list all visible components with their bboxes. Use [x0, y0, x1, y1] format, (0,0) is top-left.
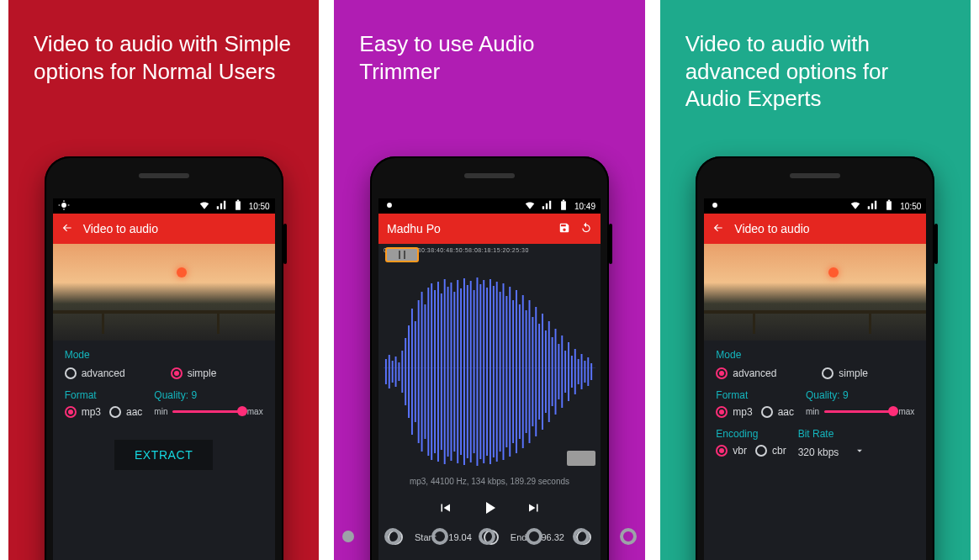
svg-rect-63 — [568, 342, 569, 401]
svg-rect-20 — [427, 288, 429, 456]
radio-aac[interactable]: aac — [761, 406, 794, 418]
video-preview[interactable] — [53, 244, 275, 341]
status-bar: 10:50 — [704, 198, 926, 214]
svg-rect-62 — [564, 351, 566, 393]
svg-rect-30 — [460, 288, 462, 455]
svg-rect-41 — [496, 282, 498, 462]
video-preview[interactable] — [704, 244, 926, 341]
svg-rect-11 — [398, 362, 400, 381]
app-bar: Video to audio — [704, 214, 926, 244]
svg-rect-38 — [486, 288, 488, 456]
radio-advanced[interactable]: advanced — [65, 367, 125, 379]
svg-rect-34 — [474, 290, 475, 453]
battery-icon — [883, 199, 895, 213]
encoding-block: Encoding vbr cbr — [716, 428, 786, 457]
panel-trimmer: Easy to use Audio Trimmer 10:49 Madhu Po — [334, 0, 644, 560]
radio-simple[interactable]: simple — [171, 367, 217, 379]
undo-icon[interactable] — [580, 222, 592, 236]
svg-rect-49 — [522, 295, 524, 448]
radio-advanced[interactable]: advanced — [716, 367, 776, 379]
debug-icon — [384, 199, 395, 213]
waveform[interactable] — [384, 275, 595, 468]
status-time: 10:49 — [574, 202, 595, 211]
wifi-icon — [849, 199, 861, 213]
screenshot-gallery: Video to audio with Simple options for N… — [0, 0, 979, 560]
svg-rect-70 — [590, 363, 592, 380]
headline: Easy to use Audio Trimmer — [359, 30, 619, 85]
carousel-dot[interactable] — [573, 528, 590, 545]
format-block: Format mp3 aac — [716, 389, 794, 418]
extract-button[interactable]: EXTRACT — [114, 440, 214, 470]
radio-mp3[interactable]: mp3 — [65, 406, 101, 418]
carousel-dot[interactable] — [526, 528, 542, 545]
svg-rect-17 — [418, 300, 420, 443]
svg-rect-31 — [463, 278, 465, 465]
debug-icon — [709, 199, 721, 213]
svg-rect-42 — [500, 292, 501, 452]
appbar-title: Video to audio — [83, 222, 158, 235]
carousel-dot[interactable] — [384, 528, 401, 545]
radio-cbr[interactable]: cbr — [755, 445, 786, 457]
back-icon[interactable] — [61, 222, 73, 236]
svg-rect-64 — [571, 356, 573, 388]
status-time: 10:50 — [249, 202, 270, 211]
radio-vbr[interactable]: vbr — [716, 445, 747, 457]
wifi-icon — [198, 199, 210, 213]
svg-point-3 — [387, 203, 392, 208]
carousel-dot[interactable] — [620, 528, 637, 545]
svg-rect-54 — [538, 324, 540, 420]
battery-icon — [232, 199, 244, 213]
svg-rect-36 — [479, 284, 481, 459]
carousel-dot[interactable] — [342, 531, 354, 542]
quality-slider[interactable]: min max — [806, 404, 914, 418]
svg-rect-2 — [236, 200, 238, 202]
svg-rect-18 — [421, 292, 423, 452]
svg-rect-65 — [574, 349, 576, 394]
svg-rect-53 — [535, 307, 537, 436]
bitrate-value[interactable]: 320 kbps — [798, 446, 839, 458]
carousel-indicator[interactable] — [342, 528, 637, 545]
svg-rect-27 — [450, 283, 452, 461]
bitrate-block: Bit Rate 320 kbps — [798, 428, 915, 459]
radio-mp3[interactable]: mp3 — [716, 406, 752, 418]
carousel-dot[interactable] — [431, 528, 448, 545]
next-icon[interactable] — [527, 500, 542, 517]
end-handle[interactable] — [567, 451, 595, 466]
signal-icon — [215, 199, 227, 213]
svg-rect-45 — [509, 287, 511, 457]
format-label: Format — [716, 389, 794, 406]
svg-rect-73 — [888, 200, 890, 202]
svg-rect-40 — [493, 286, 495, 457]
back-icon[interactable] — [712, 222, 724, 236]
status-bar: 10:49 — [378, 198, 601, 214]
svg-rect-26 — [447, 287, 449, 457]
play-icon[interactable] — [479, 498, 500, 520]
start-handle[interactable] — [385, 247, 419, 262]
svg-rect-21 — [431, 283, 432, 460]
prev-icon[interactable] — [437, 500, 452, 517]
phone-frame: 10:50 Video to audio Mode advanced — [45, 156, 283, 560]
carousel-dot[interactable] — [479, 528, 495, 545]
svg-rect-52 — [532, 317, 533, 426]
wifi-icon — [524, 199, 536, 213]
radio-aac[interactable]: aac — [109, 406, 142, 418]
svg-rect-1 — [235, 201, 241, 210]
bitrate-label: Bit Rate — [798, 428, 915, 440]
phone-screen: 10:49 Madhu Po 0:09:18:28:30:38:40:48:50… — [378, 198, 601, 560]
quality-slider[interactable]: min max — [154, 404, 262, 418]
svg-rect-39 — [490, 279, 491, 464]
svg-rect-57 — [548, 321, 550, 422]
svg-rect-68 — [584, 361, 585, 383]
dropdown-icon[interactable] — [854, 445, 865, 459]
quality-block: Quality: 9 min max — [154, 389, 262, 418]
svg-rect-24 — [441, 293, 442, 450]
quality-label: Quality: 9 — [154, 389, 262, 401]
save-icon[interactable] — [558, 222, 570, 236]
signal-icon — [541, 199, 553, 213]
battery-icon — [558, 199, 569, 213]
phone-screen: 10:50 Video to audio Mode advanced simpl… — [704, 198, 926, 560]
quality-label: Quality: 9 — [806, 389, 914, 401]
svg-rect-55 — [542, 314, 543, 430]
radio-simple[interactable]: simple — [822, 367, 868, 379]
signal-icon — [866, 199, 878, 213]
